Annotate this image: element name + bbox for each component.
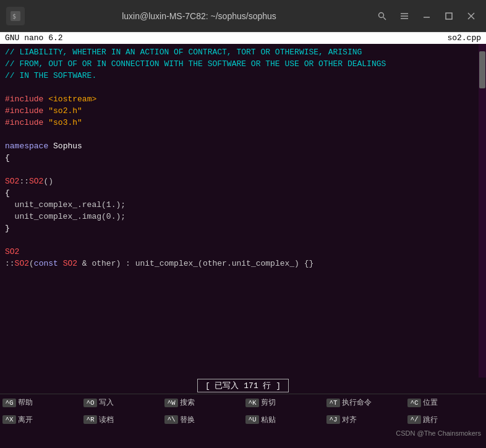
key-exec: ^T — [326, 399, 340, 407]
code-line-6: #include "so2.h" — [0, 105, 486, 117]
scrollbar-thumb[interactable] — [479, 51, 485, 88]
nano-filename: so2.cpp — [447, 33, 481, 43]
statusbar: [ 已写入 171 行 ] — [0, 378, 486, 394]
svg-point-2 — [379, 12, 384, 17]
label-search: 搜索 — [180, 397, 195, 408]
minimize-button[interactable] — [418, 7, 435, 25]
label-help: 帮助 — [18, 397, 33, 408]
label-cut: 剪切 — [261, 397, 276, 408]
code-line-2: // FROM, OUT OF OR IN CONNECTION WITH TH… — [0, 58, 486, 70]
key-help: ^G — [2, 399, 16, 407]
label-exec: 执行命令 — [342, 397, 372, 408]
search-button[interactable] — [373, 7, 391, 25]
label-pos: 位置 — [423, 397, 438, 408]
terminal-icon: $ — [6, 7, 25, 25]
editor[interactable]: // LIABILITY, WHETHER IN AN ACTION OF CO… — [0, 44, 486, 378]
maximize-button[interactable] — [440, 7, 458, 25]
svg-rect-8 — [446, 13, 452, 19]
code-line-18: SO2 — [0, 246, 486, 258]
scrollbar[interactable] — [479, 44, 486, 378]
titlebar-left: $ — [6, 7, 25, 25]
shortcut-goto[interactable]: ^/ 跳行 — [405, 412, 486, 429]
key-search: ^W — [164, 399, 178, 407]
key-pos: ^C — [407, 399, 421, 407]
code-line-19: ::SO2(const SO2 & other) : unit_complex_… — [0, 258, 486, 269]
titlebar-controls — [373, 7, 480, 25]
shortcut-help[interactable]: ^G 帮助 — [0, 394, 81, 412]
label-paste: 粘贴 — [261, 415, 276, 425]
svg-line-3 — [383, 17, 386, 20]
key-replace: ^\ — [164, 415, 178, 424]
label-write: 写入 — [99, 397, 114, 408]
key-paste: ^U — [245, 415, 259, 424]
titlebar-title: luxin@luxin-MS-7C82: ~/sophus/sophus — [122, 11, 276, 21]
code-line-11 — [0, 164, 486, 175]
code-line-17 — [0, 234, 486, 246]
label-exit: 离开 — [18, 415, 33, 425]
code-line-7: #include "so3.h" — [0, 117, 486, 129]
code-line-13: { — [0, 187, 486, 199]
code-line-9: namespace Sophus — [0, 140, 486, 152]
svg-text:$: $ — [12, 13, 16, 20]
code-line-8 — [0, 129, 486, 140]
shortcut-bar: ^G 帮助 ^O 写入 ^W 搜索 ^K 剪切 ^T 执行命令 ^C 位置 ^X… — [0, 394, 486, 428]
code-line-4 — [0, 82, 486, 93]
shortcut-cut[interactable]: ^K 剪切 — [243, 394, 324, 412]
nano-version: GNU nano 6.2 — [5, 33, 63, 43]
code-line-1: // LIABILITY, WHETHER IN AN ACTION OF CO… — [0, 46, 486, 58]
shortcut-read[interactable]: ^R 读档 — [81, 412, 162, 429]
shortcut-align[interactable]: ^J 对齐 — [324, 412, 405, 429]
titlebar: $ luxin@luxin-MS-7C82: ~/sophus/sophus — [0, 0, 486, 32]
code-line-3: // IN THE SOFTWARE. — [0, 70, 486, 82]
label-align: 对齐 — [342, 415, 357, 425]
footer: CSDN @The Chainsmokers — [0, 428, 486, 441]
key-goto: ^/ — [407, 415, 421, 424]
label-replace: 替换 — [180, 415, 195, 425]
key-align: ^J — [326, 415, 340, 424]
attribution: CSDN @The Chainsmokers — [396, 429, 481, 437]
key-exit: ^X — [2, 415, 16, 424]
code-line-16: } — [0, 222, 486, 234]
code-line-10: { — [0, 152, 486, 164]
code-line-12: SO2::SO2() — [0, 175, 486, 187]
shortcut-search[interactable]: ^W 搜索 — [162, 394, 243, 412]
label-goto: 跳行 — [423, 415, 438, 425]
shortcut-exit[interactable]: ^X 离开 — [0, 412, 81, 429]
nano-header: GNU nano 6.2 so2.cpp — [0, 32, 486, 44]
key-cut: ^K — [245, 399, 259, 407]
status-message: [ 已写入 171 行 ] — [197, 379, 289, 392]
label-read: 读档 — [99, 415, 114, 425]
close-button[interactable] — [463, 7, 480, 25]
shortcut-write[interactable]: ^O 写入 — [81, 394, 162, 412]
code-line-14: unit_complex_.real(1.); — [0, 199, 486, 211]
shortcut-paste[interactable]: ^U 粘贴 — [243, 412, 324, 429]
shortcut-pos[interactable]: ^C 位置 — [405, 394, 486, 412]
shortcut-exec[interactable]: ^T 执行命令 — [324, 394, 405, 412]
key-read: ^R — [83, 415, 97, 424]
menu-button[interactable] — [396, 7, 413, 25]
shortcut-replace[interactable]: ^\ 替换 — [162, 412, 243, 429]
key-write: ^O — [83, 399, 97, 407]
code-line-5: #include <iostream> — [0, 93, 486, 105]
code-line-15: unit_complex_.imag(0.); — [0, 211, 486, 222]
